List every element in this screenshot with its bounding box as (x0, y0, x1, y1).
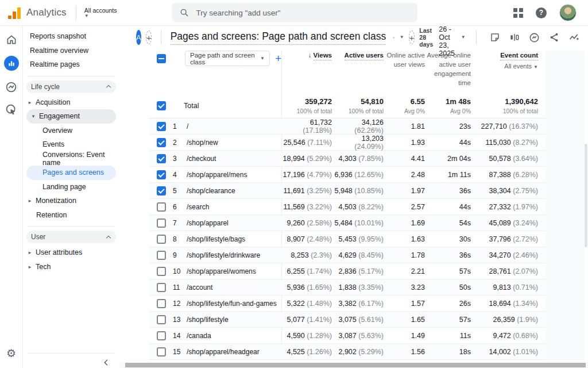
column-header-event-count[interactable]: Event count All events ▼ (471, 51, 538, 71)
row-checkbox[interactable] (157, 235, 166, 244)
nav-section-life-cycle[interactable]: Life cycle (26, 80, 116, 93)
row-page-path[interactable]: /account (187, 283, 281, 292)
cell-event-count: 9,472 (0.68%) (471, 332, 538, 340)
sidebar-item-events[interactable]: Events (23, 137, 119, 152)
table-row: 12/shop/lifestyle/fun-and-games5,322 (1.… (149, 296, 546, 312)
nav-item-label: Acquisition (36, 98, 119, 106)
admin-gear-icon[interactable]: ⚙ (6, 348, 16, 359)
column-header-active-users[interactable]: Active users (332, 51, 384, 60)
sidebar-item-acquisition[interactable]: ▸Acquisition (23, 95, 119, 110)
total-checkbox[interactable] (157, 101, 166, 110)
cell-views: 5,936 (1.65%) (281, 283, 332, 292)
insights-explore-icon[interactable] (529, 32, 540, 43)
sidebar-item-tech[interactable]: ▸Tech (23, 260, 119, 274)
row-checkbox[interactable] (157, 154, 166, 163)
reports-icon[interactable] (4, 56, 19, 71)
dimension-selector[interactable]: Page path and screen class ▼ (185, 51, 270, 66)
sidebar-item-landing-page[interactable]: Landing page (23, 180, 119, 194)
cell-avg-engagement: 30s (425, 235, 471, 243)
cell-avg-engagement: 18s (425, 348, 471, 356)
row-page-path[interactable]: /shop/lifestyle (187, 316, 281, 324)
sidebar-item-engagement[interactable]: ▾Engagement (26, 109, 116, 124)
row-checkbox[interactable] (157, 315, 166, 324)
cell-avg-engagement: 11s (425, 332, 471, 340)
row-checkbox[interactable] (157, 218, 166, 228)
notes-icon[interactable] (490, 32, 500, 43)
row-page-path[interactable]: /shop/apparel/mens (187, 171, 281, 179)
comparison-icon[interactable] (509, 32, 520, 43)
nav-section-user[interactable]: User (26, 231, 116, 243)
row-checkbox[interactable] (157, 186, 166, 195)
row-page-path[interactable]: /shop/clearance (187, 187, 281, 195)
row-page-path[interactable]: /shop/lifestyle/fun-and-games (187, 300, 281, 308)
event-filter-dropdown[interactable]: All events ▼ (471, 62, 538, 71)
row-checkbox[interactable] (157, 138, 166, 147)
add-comparison-button[interactable]: + (146, 30, 152, 44)
row-checkbox[interactable] (157, 283, 166, 292)
row-dimension-cell: 3/checkout (157, 154, 281, 163)
sidebar-item-pages-and-screens[interactable]: Pages and screens (26, 166, 116, 180)
horizontal-scrollbar[interactable] (125, 363, 586, 367)
home-icon[interactable] (6, 34, 17, 45)
select-all-checkbox[interactable] (157, 54, 166, 63)
row-number: 10 (173, 267, 187, 275)
row-checkbox[interactable] (157, 122, 166, 131)
cell-online-views: 1.49 (384, 332, 425, 340)
sidebar-item-overview[interactable]: Overview (23, 124, 119, 138)
share-icon[interactable] (549, 32, 559, 43)
sidebar-item-conversions-event-name[interactable]: Conversions: Event name (23, 152, 119, 166)
cell-online-views: 1.57 (384, 300, 425, 308)
column-header-views[interactable]: ↓ Views (281, 51, 332, 60)
row-number: 4 (173, 171, 187, 179)
row-page-path[interactable]: /shop/apparel/headgear (187, 348, 281, 356)
row-checkbox[interactable] (157, 347, 166, 356)
explore-icon[interactable] (5, 81, 17, 93)
cell-online-views: 1.65 (384, 316, 425, 324)
column-header-avg-engagement[interactable]: Average online active user engagement ti… (425, 51, 471, 87)
row-checkbox[interactable] (157, 251, 166, 260)
row-page-path[interactable]: /shop/apparel/womens (187, 267, 281, 275)
row-checkbox[interactable] (157, 299, 166, 308)
add-dimension-button[interactable]: + (275, 53, 281, 64)
row-checkbox[interactable] (157, 202, 166, 212)
date-chevron-down-icon[interactable]: ▼ (461, 35, 466, 40)
sidebar-item-user-attributes[interactable]: ▸User attributes (23, 246, 119, 260)
sidebar-item-monetization[interactable]: ▸Monetization (23, 194, 119, 208)
sidebar-item-realtime-overview[interactable]: Realtime overview (23, 44, 119, 58)
row-number: 6 (173, 203, 187, 211)
row-page-path[interactable]: /search (187, 203, 281, 211)
row-page-path[interactable]: /canada (187, 332, 281, 340)
add-report-button[interactable]: + (409, 30, 415, 44)
row-page-path[interactable]: /shop/lifestyle/drinkware (187, 251, 281, 259)
cell-avg-engagement: 54s (425, 219, 471, 227)
row-page-path[interactable]: /shop/new (187, 139, 281, 147)
column-header-online-active-user-views[interactable]: Online active user views (384, 51, 425, 69)
row-checkbox[interactable] (157, 267, 166, 276)
row-page-path[interactable]: / (187, 122, 281, 131)
title-chevron-down-icon[interactable]: ▼ (400, 35, 404, 40)
account-switcher[interactable]: All accounts ▼ (84, 7, 117, 18)
cell-online-views: 4.41 (384, 155, 425, 163)
row-checkbox[interactable] (157, 170, 166, 179)
google-apps-icon[interactable] (513, 8, 523, 18)
sidebar-item-reports-snapshot[interactable]: Reports snapshot (23, 29, 119, 44)
search-input[interactable]: Try searching "add user" (172, 3, 417, 22)
collapse-nav-button[interactable] (23, 361, 119, 368)
data-quality-check-icon[interactable] (393, 33, 394, 43)
advertising-icon[interactable] (5, 103, 17, 116)
row-checkbox[interactable] (157, 331, 166, 340)
row-page-path[interactable]: /shop/lifestyle/bags (187, 235, 281, 243)
cell-avg-engagement: 36s (425, 187, 471, 195)
account-switcher-label: All accounts (84, 7, 117, 14)
horizontal-scrollbar-track (119, 362, 588, 368)
vertical-scrollbar[interactable] (585, 144, 587, 247)
sidebar-item-retention[interactable]: Retention (23, 208, 119, 223)
help-icon[interactable]: ? (536, 7, 547, 18)
page-title[interactable]: Pages and screens: Page path and screen … (171, 30, 386, 45)
trend-insights-icon[interactable] (568, 32, 580, 43)
row-page-path[interactable]: /checkout (187, 155, 281, 163)
sidebar-item-realtime-pages[interactable]: Realtime pages (23, 57, 119, 72)
avatar[interactable] (559, 4, 577, 21)
row-page-path[interactable]: /shop/apparel (187, 219, 281, 227)
property-badge[interactable]: A (136, 30, 141, 45)
